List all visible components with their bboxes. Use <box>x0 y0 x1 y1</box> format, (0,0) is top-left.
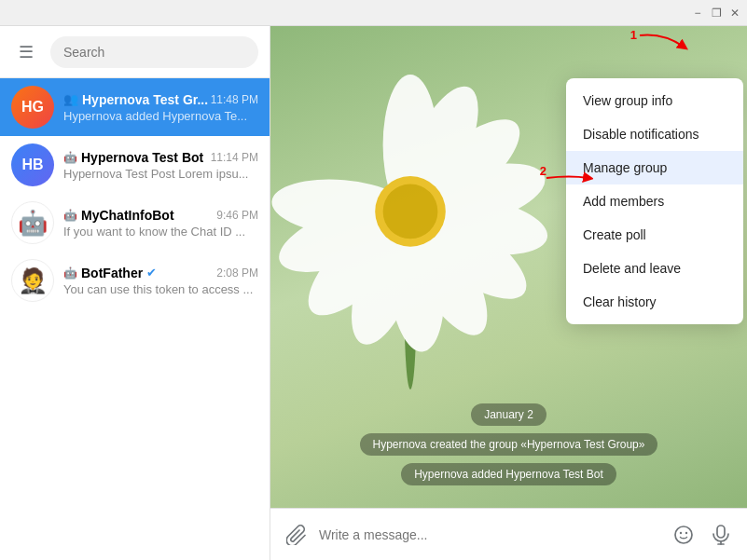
system-msg-created: Hypernova created the group «Hypernova T… <box>360 433 658 456</box>
attach-button[interactable] <box>282 520 311 550</box>
svg-point-21 <box>680 531 682 533</box>
avatar-hb: HB <box>11 143 54 186</box>
verified-badge-bf: ✔ <box>146 266 157 280</box>
bot-icon-bf: 🤖 <box>63 266 77 280</box>
chat-area: Hypernova Test Group 3 members <box>270 26 747 560</box>
dropdown-item-view-group-info[interactable]: View group info <box>566 84 743 117</box>
svg-point-20 <box>675 526 692 543</box>
dropdown-item-delete-and-leave[interactable]: Delete and leave <box>566 252 743 285</box>
avatar-mc: 🤖 <box>11 201 54 244</box>
minimize-button[interactable]: − <box>689 5 706 21</box>
svg-point-19 <box>383 184 438 239</box>
maximize-button[interactable]: ❐ <box>708 5 725 21</box>
hamburger-button[interactable]: ☰ <box>11 37 41 67</box>
dropdown-item-create-poll[interactable]: Create poll <box>566 218 743 252</box>
dropdown-item-add-members[interactable]: Add members <box>566 184 743 218</box>
chat-name-bf: BotFather <box>81 266 143 280</box>
emoji-button[interactable] <box>669 520 699 550</box>
svg-rect-23 <box>717 526 725 538</box>
dropdown-item-clear-history[interactable]: Clear history <box>566 285 743 319</box>
dropdown-item-disable-notifications[interactable]: Disable notifications <box>566 117 743 151</box>
chat-name-mc: MyChatInfoBot <box>81 208 174 223</box>
bot-icon-mc: 🤖 <box>63 209 77 222</box>
system-msg-added: Hypernova added Hypernova Test Bot <box>401 463 616 485</box>
input-bar <box>270 508 747 560</box>
group-icon: 👥 <box>63 92 78 106</box>
system-messages: January 2 Hypernova created the group «H… <box>270 394 747 495</box>
system-msg-date: January 2 <box>471 403 546 426</box>
chat-name-hb: Hypernova Test Bot <box>81 150 203 165</box>
titlebar: − ❐ ✕ <box>0 0 747 26</box>
avatar-hg: HG <box>11 86 54 129</box>
close-button[interactable]: ✕ <box>726 5 743 21</box>
svg-point-22 <box>685 531 687 533</box>
bot-icon-hb: 🤖 <box>63 151 77 164</box>
chat-name-hg: Hypernova Test Gr... <box>82 92 208 107</box>
message-input[interactable] <box>319 527 661 542</box>
avatar-bf: 🤵 <box>11 259 54 302</box>
mic-button[interactable] <box>706 520 736 550</box>
app-body: ☰ HG 👥 Hypernova Test Gr... 11:48 PM Hyp… <box>0 26 747 560</box>
dropdown-item-manage-group[interactable]: Manage group <box>566 151 743 184</box>
dropdown-menu: View group info Disable notifications Ma… <box>566 78 743 324</box>
